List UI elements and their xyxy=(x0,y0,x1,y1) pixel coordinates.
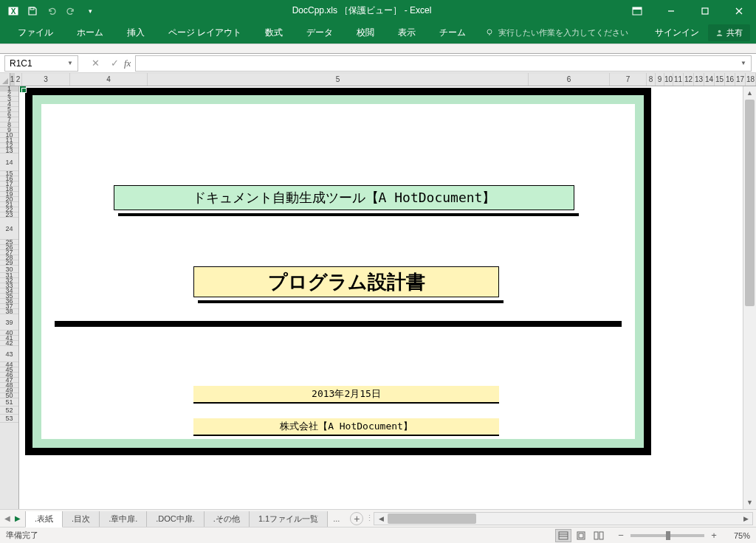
view-normal-icon[interactable] xyxy=(555,529,571,542)
sheet-tab[interactable]: .その他 xyxy=(204,511,250,528)
row-header[interactable]: 24 xyxy=(0,218,18,240)
undo-icon[interactable] xyxy=(43,2,61,20)
row-header[interactable]: 50 xyxy=(0,393,18,398)
qat-customize-icon[interactable]: ▾ xyxy=(81,2,99,20)
column-header[interactable]: 16 xyxy=(725,73,735,86)
svg-rect-16 xyxy=(579,533,583,538)
row-header[interactable]: 42 xyxy=(0,341,18,346)
row-header[interactable]: 53 xyxy=(0,415,18,423)
row-header[interactable]: 14 xyxy=(0,153,18,171)
sheet-tab[interactable]: .表紙 xyxy=(25,511,63,528)
column-header[interactable]: 13 xyxy=(694,73,704,86)
sheet-nav-next-icon[interactable]: ▶ xyxy=(15,514,21,522)
row-header[interactable]: 51 xyxy=(0,398,18,407)
cells-area[interactable]: ドキュメント自動生成ツール【A HotDocument】 プログラム設計書 20… xyxy=(19,86,743,509)
tell-me-search[interactable]: 実行したい作業を入力してください xyxy=(478,27,636,38)
hscroll-thumb[interactable] xyxy=(388,513,476,524)
view-page-break-icon[interactable] xyxy=(591,529,607,542)
doc-green-border: ドキュメント自動生成ツール【A HotDocument】 プログラム設計書 20… xyxy=(32,95,644,448)
tab-page-layout[interactable]: ページ レイアウト xyxy=(157,21,253,44)
svg-rect-2 xyxy=(30,7,34,10)
view-page-layout-icon[interactable] xyxy=(573,529,589,542)
row-header[interactable]: 39 xyxy=(0,314,18,331)
scroll-down-icon[interactable]: ▼ xyxy=(743,496,756,509)
sheet-tab[interactable]: .DOC中扉. xyxy=(146,511,205,528)
zoom-level[interactable]: 75% xyxy=(724,531,750,540)
row-header[interactable]: 52 xyxy=(0,407,18,415)
zoom-slider-knob[interactable] xyxy=(666,531,670,540)
svg-point-11 xyxy=(718,30,721,32)
row-header[interactable]: 23 xyxy=(0,212,18,218)
column-header[interactable]: 17 xyxy=(735,73,746,86)
column-header[interactable]: 18 xyxy=(746,73,756,86)
scroll-right-icon[interactable]: ▶ xyxy=(739,515,752,522)
scroll-left-icon[interactable]: ◀ xyxy=(374,515,388,522)
zoom-slider[interactable] xyxy=(630,534,704,537)
tool-title-banner: ドキュメント自動生成ツール【A HotDocument】 xyxy=(114,185,574,210)
column-header[interactable]: 2 xyxy=(15,73,22,86)
row-header[interactable]: 43 xyxy=(0,346,18,362)
close-button[interactable] xyxy=(722,0,756,21)
column-header[interactable]: 6 xyxy=(529,73,610,86)
sheet-tab[interactable]: .目次 xyxy=(62,511,100,528)
name-box[interactable]: R1C1 ▼ xyxy=(4,55,78,72)
status-bar: 準備完了 − + 75% xyxy=(0,527,756,543)
sheet-tab[interactable]: 1.1ファイル一覧 xyxy=(249,511,328,528)
maximize-button[interactable] xyxy=(688,0,722,21)
tab-review[interactable]: 校閲 xyxy=(345,21,386,44)
sheet-tabs-overflow[interactable]: ... xyxy=(327,514,346,523)
column-header[interactable]: 11 xyxy=(673,73,684,86)
person-icon xyxy=(715,29,724,37)
save-icon[interactable] xyxy=(24,2,41,20)
enter-formula-icon[interactable]: ✓ xyxy=(105,55,124,72)
select-all-corner[interactable] xyxy=(0,73,10,86)
ribbon-tabs: ファイル ホーム 挿入 ページ レイアウト 数式 データ 校閲 表示 チーム 実… xyxy=(0,21,756,44)
new-sheet-button[interactable]: + xyxy=(350,512,363,525)
excel-app-icon: X xyxy=(4,2,22,20)
sheet-tab-bar: ◀ ▶ .表紙.目次.章中扉..DOC中扉..その他1.1ファイル一覧 ... … xyxy=(0,509,756,527)
tab-file[interactable]: ファイル xyxy=(6,21,65,44)
horizontal-scrollbar[interactable]: ◀ ▶ xyxy=(374,512,753,525)
formula-bar: R1C1 ▼ ✕ ✓ fx ▼ xyxy=(0,54,756,73)
company-box: 株式会社【A HotDocument】 xyxy=(193,418,499,435)
column-header[interactable]: 9 xyxy=(656,73,664,86)
tab-formulas[interactable]: 数式 xyxy=(253,21,295,44)
cancel-formula-icon[interactable]: ✕ xyxy=(86,55,105,72)
sign-in-link[interactable]: サインイン xyxy=(646,27,708,39)
chevron-down-icon[interactable]: ▼ xyxy=(67,60,73,66)
column-header[interactable]: 8 xyxy=(647,73,656,86)
minimize-button[interactable] xyxy=(654,0,688,21)
share-button[interactable]: 共有 xyxy=(708,24,750,41)
redo-icon[interactable] xyxy=(62,2,80,20)
svg-rect-6 xyxy=(702,8,708,14)
column-header[interactable]: 7 xyxy=(610,73,647,86)
row-header[interactable]: 38 xyxy=(0,309,18,314)
zoom-in-button[interactable]: + xyxy=(709,530,719,541)
expand-formula-icon[interactable]: ▼ xyxy=(740,60,746,66)
ribbon-collapsed-area xyxy=(0,44,756,54)
tab-data[interactable]: データ xyxy=(295,21,345,44)
spreadsheet-grid: 123456789101112131415161718 123456789101… xyxy=(0,73,756,509)
column-header[interactable]: 4 xyxy=(70,73,148,86)
column-header[interactable]: 14 xyxy=(704,73,715,86)
column-header[interactable]: 12 xyxy=(684,73,694,86)
column-header[interactable]: 10 xyxy=(664,73,673,86)
zoom-out-button[interactable]: − xyxy=(616,530,626,541)
tab-view[interactable]: 表示 xyxy=(386,21,427,44)
tab-home[interactable]: ホーム xyxy=(65,21,115,44)
vertical-scrollbar[interactable]: ▲ ▼ xyxy=(743,86,756,509)
tab-insert[interactable]: 挿入 xyxy=(115,21,157,44)
column-header[interactable]: 15 xyxy=(715,73,725,86)
column-header[interactable]: 5 xyxy=(148,73,529,86)
vscroll-thumb[interactable] xyxy=(745,100,755,306)
tab-split-handle[interactable]: ⋮ xyxy=(368,511,371,526)
sheet-tab[interactable]: .章中扉. xyxy=(99,511,147,528)
fx-icon[interactable]: fx xyxy=(124,58,131,69)
ribbon-display-options-icon[interactable] xyxy=(620,0,654,21)
row-header[interactable]: 13 xyxy=(0,148,18,153)
formula-input[interactable]: ▼ xyxy=(135,55,752,72)
scroll-up-icon[interactable]: ▲ xyxy=(743,86,756,100)
tab-team[interactable]: チーム xyxy=(427,21,478,44)
column-header[interactable]: 3 xyxy=(22,73,70,86)
sheet-nav-prev-icon[interactable]: ◀ xyxy=(4,514,10,522)
